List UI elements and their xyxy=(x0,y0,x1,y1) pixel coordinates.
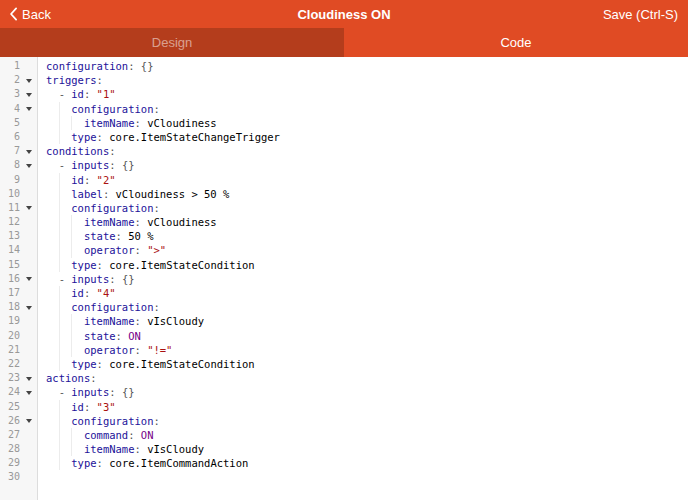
code-line[interactable]: 21operator: "!=" xyxy=(0,343,688,357)
line-number: 10 xyxy=(0,187,20,201)
token-meta: : xyxy=(128,60,141,72)
indent xyxy=(46,201,59,215)
code-line[interactable]: 20state: ON xyxy=(0,329,688,343)
code-content: label: vCloudiness > 50 % xyxy=(37,187,229,201)
triangle-down-icon xyxy=(26,107,32,111)
indent-guide xyxy=(71,116,84,130)
tab-design[interactable]: Design xyxy=(0,28,344,57)
code-line[interactable]: 29type: core.ItemCommandAction xyxy=(0,456,688,470)
code-line[interactable]: 2triggers: xyxy=(0,73,688,87)
fold-icon[interactable] xyxy=(20,158,37,172)
code-line[interactable]: 13state: 50 % xyxy=(0,229,688,243)
token-plain: vCloudiness > 50 % xyxy=(116,188,230,200)
code-content: type: core.ItemStateChangeTrigger xyxy=(37,130,280,144)
save-button[interactable]: Save (Ctrl-S) xyxy=(603,7,688,22)
indent-guide xyxy=(59,442,72,456)
fold-icon[interactable] xyxy=(20,371,37,385)
indent-guide xyxy=(71,215,84,229)
fold-icon[interactable] xyxy=(20,414,37,428)
indent xyxy=(46,400,59,414)
code-line[interactable]: 4configuration: xyxy=(0,102,688,116)
token-key: operator xyxy=(84,344,135,356)
code-editor[interactable]: 1configuration: {}2triggers:3- id: "1"4c… xyxy=(0,57,688,500)
code-content: command: ON xyxy=(37,428,154,442)
indent xyxy=(46,258,59,272)
code-line[interactable]: 22type: core.ItemStateCondition xyxy=(0,357,688,371)
indent-guide xyxy=(59,428,72,442)
token-key: itemName xyxy=(84,117,135,129)
indent xyxy=(46,314,59,328)
code-content: itemName: vIsCloudy xyxy=(37,314,204,328)
code-content: configuration: xyxy=(37,201,160,215)
code-line[interactable]: 24- inputs: {} xyxy=(0,385,688,399)
code-content: configuration: {} xyxy=(37,59,154,73)
token-plain: core.ItemStateChangeTrigger xyxy=(109,131,280,143)
code-line[interactable]: 6type: core.ItemStateChangeTrigger xyxy=(0,130,688,144)
code-line[interactable]: 8- inputs: {} xyxy=(0,158,688,172)
fold-icon[interactable] xyxy=(20,272,37,286)
token-meta: : xyxy=(135,117,148,129)
token-meta: {} xyxy=(122,159,135,171)
indent-guide xyxy=(59,329,72,343)
code-content: id: "4" xyxy=(37,286,116,300)
token-meta: : xyxy=(84,174,97,186)
code-line[interactable]: 11configuration: xyxy=(0,201,688,215)
code-line[interactable]: 15type: core.ItemStateCondition xyxy=(0,258,688,272)
fold-spacer xyxy=(20,357,37,371)
code-line[interactable]: 19itemName: vIsCloudy xyxy=(0,314,688,328)
code-line[interactable]: 25id: "3" xyxy=(0,400,688,414)
fold-icon[interactable] xyxy=(20,102,37,116)
code-line[interactable]: 3- id: "1" xyxy=(0,87,688,101)
line-number: 25 xyxy=(0,400,20,414)
code-line[interactable]: 27command: ON xyxy=(0,428,688,442)
fold-spacer xyxy=(20,456,37,470)
code-line[interactable]: 18configuration: xyxy=(0,300,688,314)
code-line[interactable]: 10label: vCloudiness > 50 % xyxy=(0,187,688,201)
code-line[interactable]: 23actions: xyxy=(0,371,688,385)
token-meta: - xyxy=(59,88,72,100)
code-line[interactable]: 17id: "4" xyxy=(0,286,688,300)
tab-code[interactable]: Code xyxy=(344,28,688,57)
fold-spacer xyxy=(20,243,37,257)
code-line[interactable]: 7conditions: xyxy=(0,144,688,158)
token-meta: : xyxy=(153,202,159,214)
code-line[interactable]: 9id: "2" xyxy=(0,173,688,187)
code-line[interactable]: 5itemName: vCloudiness xyxy=(0,116,688,130)
token-key: conditions xyxy=(46,145,109,157)
token-key: label xyxy=(71,188,103,200)
token-plain: vCloudiness xyxy=(147,216,217,228)
code-line[interactable]: 28itemName: vIsCloudy xyxy=(0,442,688,456)
code-line[interactable]: 16- inputs: {} xyxy=(0,272,688,286)
code-line[interactable]: 26configuration: xyxy=(0,414,688,428)
code-lines: 1configuration: {}2triggers:3- id: "1"4c… xyxy=(0,57,688,485)
line-number: 2 xyxy=(0,73,20,87)
fold-spacer xyxy=(20,314,37,328)
token-key: inputs xyxy=(71,273,109,285)
token-meta: : xyxy=(135,244,148,256)
fold-icon[interactable] xyxy=(20,300,37,314)
token-plain: core.ItemStateCondition xyxy=(109,259,254,271)
back-button[interactable]: Back xyxy=(0,7,51,22)
code-content: conditions: xyxy=(37,144,116,158)
fold-icon[interactable] xyxy=(20,201,37,215)
fold-icon[interactable] xyxy=(20,385,37,399)
token-plain: 50 % xyxy=(128,230,153,242)
code-content: id: "2" xyxy=(37,173,116,187)
code-content: - inputs: {} xyxy=(37,272,135,286)
tab-code-label: Code xyxy=(500,35,531,50)
fold-icon[interactable] xyxy=(20,144,37,158)
code-line[interactable]: 1configuration: {} xyxy=(0,59,688,73)
indent-guide xyxy=(59,173,72,187)
code-line[interactable]: 14operator: ">" xyxy=(0,243,688,257)
code-line[interactable]: 12itemName: vCloudiness xyxy=(0,215,688,229)
triangle-down-icon xyxy=(26,277,32,281)
triangle-down-icon xyxy=(26,377,32,381)
indent xyxy=(46,158,59,172)
line-number: 1 xyxy=(0,59,20,73)
fold-icon[interactable] xyxy=(20,73,37,87)
navbar: Back Cloudiness ON Save (Ctrl-S) xyxy=(0,0,688,28)
token-key: triggers xyxy=(46,74,97,86)
fold-icon[interactable] xyxy=(20,87,37,101)
indent-guide xyxy=(71,229,84,243)
code-line[interactable]: 30 xyxy=(0,470,688,484)
